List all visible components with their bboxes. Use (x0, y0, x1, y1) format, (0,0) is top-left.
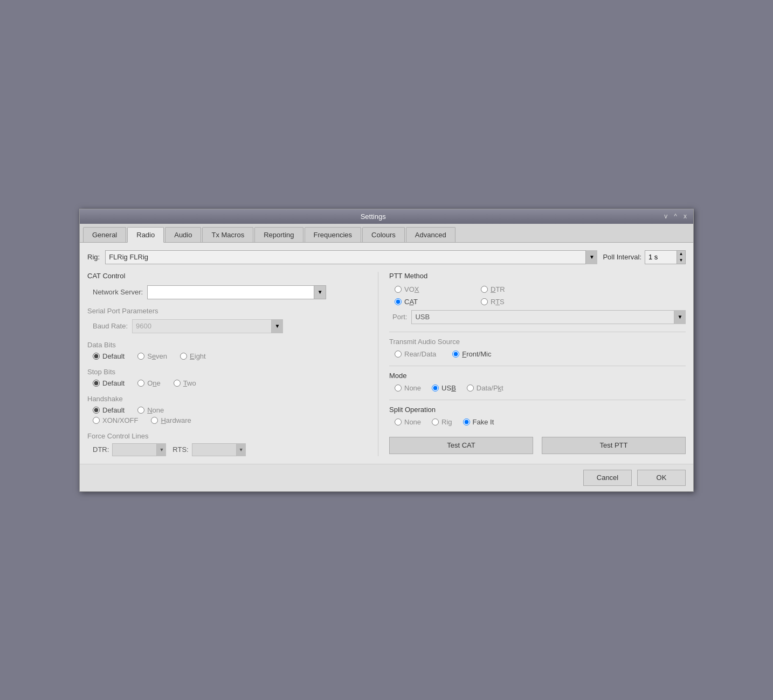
tab-tx-macros[interactable]: Tx Macros (202, 227, 253, 242)
divider1 (389, 332, 686, 332)
poll-spinner: ▲ ▼ (677, 250, 686, 264)
handshake-hardware[interactable]: Hardware (151, 416, 191, 424)
mode-none[interactable]: None (395, 384, 421, 392)
mode-radio-row: None USB Data/Pkt (389, 384, 686, 392)
port-label: Port: (392, 313, 407, 321)
tab-audio[interactable]: Audio (165, 227, 201, 242)
force-rts-select-wrap: ▼ (192, 443, 246, 456)
ptt-radio-row2: CAT RTS (389, 298, 686, 306)
ptt-section: PTT Method VOX DTR CAT (389, 272, 686, 324)
mode-usb[interactable]: USB (432, 384, 456, 392)
rig-row: Rig: FLRig FLRig ▼ Poll Interval: ▲ ▼ (87, 250, 686, 264)
data-bits-eight[interactable]: Eight (180, 352, 206, 360)
baud-rate-row: Baud Rate: 9600 ▼ (87, 319, 367, 333)
rig-select[interactable]: FLRig FLRig (105, 250, 597, 264)
split-fake-it[interactable]: Fake It (463, 418, 494, 426)
mode-section: Mode None USB Data/Pkt (389, 372, 686, 392)
split-section: Split Operation None Rig Fake It (389, 406, 686, 426)
transmit-front[interactable]: Front/Mic (452, 350, 491, 358)
stop-bits-two[interactable]: Two (174, 379, 196, 387)
baud-label: Baud Rate: (93, 322, 128, 330)
force-label: Force Control Lines (87, 432, 367, 440)
poll-input[interactable] (645, 250, 677, 264)
split-radio-row: None Rig Fake It (389, 418, 686, 426)
data-bits-group: Data Bits Default Seven Eight (87, 341, 367, 360)
data-bits-seven[interactable]: Seven (137, 352, 167, 360)
tab-radio[interactable]: Radio (127, 227, 164, 243)
handshake-xon[interactable]: XON/XOFF (93, 416, 138, 424)
ptt-title: PTT Method (389, 272, 686, 280)
force-rts-item: RTS: ▼ (172, 443, 245, 456)
rig-label: Rig: (87, 253, 100, 261)
force-row: DTR: ▼ RTS: (87, 443, 367, 456)
cancel-button[interactable]: Cancel (583, 470, 632, 486)
transmit-section: Transmit Audio Source Rear/Data Front/Mi… (389, 338, 686, 358)
stop-bits-radio-row: Default One Two (87, 379, 367, 387)
split-title: Split Operation (389, 406, 686, 414)
divider3 (389, 400, 686, 400)
tab-frequencies[interactable]: Frequencies (305, 227, 362, 242)
test-ptt-button[interactable]: Test PTT (542, 437, 686, 454)
data-bits-default[interactable]: Default (93, 352, 125, 360)
network-input-wrap: ▼ (147, 285, 326, 299)
close-icon[interactable]: x (681, 212, 689, 220)
poll-down-button[interactable]: ▼ (677, 257, 685, 264)
main-content: Rig: FLRig FLRig ▼ Poll Interval: ▲ ▼ (80, 243, 693, 464)
stop-bits-default[interactable]: Default (93, 379, 125, 387)
force-dtr-item: DTR: ▼ (93, 443, 166, 456)
baud-select[interactable]: 9600 (132, 319, 283, 333)
titlebar: Settings v ^ x (80, 209, 693, 224)
baud-select-wrap: 9600 ▼ (132, 319, 283, 333)
force-rts-select[interactable] (192, 443, 246, 456)
ptt-dtr[interactable]: DTR (481, 285, 567, 293)
rig-select-wrap: FLRig FLRig ▼ (105, 250, 597, 264)
mode-data-pkt[interactable]: Data/Pkt (467, 384, 503, 392)
port-row: Port: USB ▼ (389, 310, 686, 324)
transmit-title: Transmit Audio Source (389, 338, 686, 346)
right-panel: PTT Method VOX DTR CAT (378, 272, 686, 456)
tab-reporting[interactable]: Reporting (254, 227, 303, 242)
network-label: Network Server: (93, 288, 143, 296)
force-dtr-select[interactable] (112, 443, 166, 456)
transmit-rear[interactable]: Rear/Data (395, 350, 436, 358)
ptt-cat[interactable]: CAT (395, 298, 481, 306)
split-none[interactable]: None (395, 418, 421, 426)
divider2 (389, 366, 686, 366)
network-input[interactable] (147, 285, 314, 299)
poll-up-button[interactable]: ▲ (677, 251, 685, 257)
window-controls: v ^ x (662, 212, 689, 220)
handshake-default[interactable]: Default (93, 406, 125, 414)
transmit-radio-row: Rear/Data Front/Mic (389, 350, 686, 358)
settings-window: Settings v ^ x General Radio Audio Tx Ma… (79, 209, 694, 492)
ptt-rts[interactable]: RTS (481, 298, 567, 306)
ok-button[interactable]: OK (637, 470, 686, 486)
window-title: Settings (84, 212, 662, 221)
minimize-icon[interactable]: v (662, 212, 670, 220)
test-cat-button[interactable]: Test CAT (389, 437, 533, 454)
tab-advanced[interactable]: Advanced (406, 227, 455, 242)
stop-bits-one[interactable]: One (137, 379, 161, 387)
handshake-row1: Default None (87, 406, 367, 414)
bottom-bar: Cancel OK (80, 464, 693, 491)
split-rig[interactable]: Rig (432, 418, 452, 426)
force-control-section: Force Control Lines DTR: ▼ (87, 432, 367, 456)
force-dtr-select-wrap: ▼ (112, 443, 166, 456)
handshake-none[interactable]: None (137, 406, 164, 414)
tab-general[interactable]: General (83, 227, 126, 242)
handshake-group: Handshake Default None XON/XOFF (87, 395, 367, 424)
tab-colours[interactable]: Colours (362, 227, 405, 242)
test-buttons: Test CAT Test PTT (389, 437, 686, 454)
cat-title: CAT Control (87, 272, 367, 280)
force-dtr-label: DTR: (93, 445, 109, 454)
ptt-radio-row1: VOX DTR (389, 285, 686, 293)
ptt-vox[interactable]: VOX (395, 285, 481, 293)
network-server-row: Network Server: ▼ (87, 285, 367, 299)
port-select-wrap: USB ▼ (411, 310, 686, 324)
mode-title: Mode (389, 372, 686, 380)
network-dropdown-arrow[interactable]: ▼ (314, 285, 326, 299)
port-select[interactable]: USB (411, 310, 686, 324)
handshake-row2: XON/XOFF Hardware (87, 416, 367, 424)
force-rts-label: RTS: (172, 445, 188, 454)
maximize-icon[interactable]: ^ (672, 212, 679, 220)
serial-section-label: Serial Port Parameters (87, 307, 367, 315)
